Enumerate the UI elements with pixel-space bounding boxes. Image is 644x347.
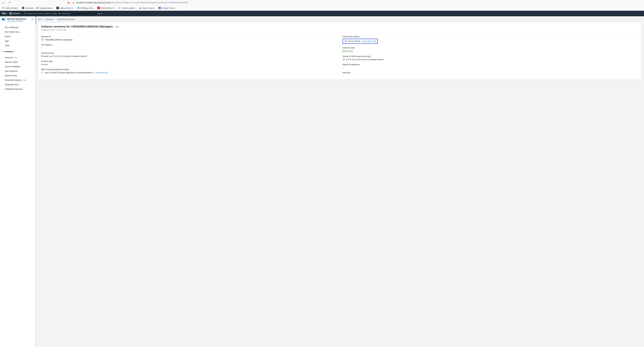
private-dns-value: ip-172-31-6-114.us-west-2.compute.intern… xyxy=(342,58,638,60)
copy-icon[interactable] xyxy=(344,40,347,42)
bookmark-item[interactable]: MWebsockets in… xyxy=(56,7,75,9)
info-icon: i xyxy=(41,72,43,74)
search-icon xyxy=(24,12,26,14)
instance-type-value: t2.micro xyxy=(41,63,336,66)
url-text: us-west-2.console.aws.amazon.com/ec2/v2/… xyxy=(76,2,188,4)
main-content: EC2 › Instances › i-0942df59c169b5432 In… xyxy=(35,16,644,347)
private-dns-label: Private IP DNS name (IPv4 only) xyxy=(342,55,638,58)
services-label: Services xyxy=(13,12,20,14)
bookmark-item[interactable]: ≡Google Seaso… xyxy=(158,7,176,9)
nav-back-icon[interactable]: ◁ xyxy=(1,1,3,4)
sidebar-item[interactable]: Tags xyxy=(0,39,35,43)
sidebar-scrollbar[interactable] xyxy=(35,16,36,347)
url-host: us-west-2.console.aws.amazon.com xyxy=(76,2,110,4)
hostname-label: Hostname type xyxy=(41,52,336,54)
sidebar-item[interactable]: InstancesNew xyxy=(0,55,35,60)
header-search[interactable]: [Alt+S] xyxy=(23,12,104,16)
copy-icon[interactable] xyxy=(342,58,345,60)
optimizer-value: i Opt-in to AWS Compute Optimizer for re… xyxy=(41,72,336,74)
instance-id-value: i-0942df59c169b5432 (Manager) xyxy=(41,39,336,41)
experience-toggle[interactable] xyxy=(2,18,6,20)
close-icon[interactable]: ✕ xyxy=(31,18,33,21)
external-link-icon xyxy=(106,72,108,74)
bookmark-item[interactable]: 🌐Building a live… xyxy=(77,7,95,9)
sidebar-instances-nav: InstancesNewInstance TypesLaunch Templat… xyxy=(0,54,35,93)
sidebar-item[interactable]: Scheduled Instances xyxy=(0,87,35,91)
bookmark-item[interactable]: 🌐Django Markd… xyxy=(36,7,54,9)
nav-forward-icon[interactable]: ▷ xyxy=(5,1,7,4)
experience-title: New EC2 Experience xyxy=(7,18,30,20)
hostname-value: IP name: ip-172-31-6-114.us-west-2.compu… xyxy=(41,55,336,57)
new-experience-banner: New EC2 Experience Tell us what you thin… xyxy=(0,16,35,24)
chevron-right-icon: › xyxy=(55,18,56,20)
sidebar-item[interactable]: Reserved InstancesNew xyxy=(0,78,35,82)
sidebar-item[interactable]: Instance Types xyxy=(0,60,35,64)
sidebar-item[interactable]: Limits xyxy=(0,43,35,48)
bookmark-item[interactable]: ⌥Jazzband xyxy=(22,7,34,9)
elastic-ip-value: – xyxy=(342,67,638,69)
chevron-right-icon: › xyxy=(43,18,44,20)
sidebar-item[interactable]: EC2 Dashboard xyxy=(0,25,35,30)
bookmark-item[interactable]: CCreate a palet… xyxy=(118,7,136,9)
search-input[interactable] xyxy=(26,12,97,14)
aws-logo[interactable]: aws xyxy=(2,12,6,15)
bookmark-icon[interactable]: 🔖 xyxy=(67,1,70,4)
search-shortcut: [Alt+S] xyxy=(97,12,102,14)
iam-role-value: – xyxy=(342,75,638,77)
public-ipv4-highlight: 18.237.160.80 | open address xyxy=(342,39,378,44)
sidebar: New EC2 Experience Tell us what you thin… xyxy=(0,16,35,347)
svg-rect-3 xyxy=(345,40,346,42)
browser-nav-bar: ◁ ▷ ⟳ 🔖 🔒 us-west-2.console.aws.amazon.c… xyxy=(0,0,644,5)
bookmark-item[interactable]: ▶(660) Python 3… xyxy=(97,7,116,9)
external-link-icon xyxy=(374,40,376,42)
ipv6-label: IPv6 address xyxy=(41,44,336,46)
sidebar-instances-label: Instances xyxy=(4,50,14,52)
instance-state-value: ✓ Running xyxy=(342,50,353,52)
instance-id-label: Instance ID xyxy=(41,36,336,38)
copy-icon[interactable] xyxy=(41,39,43,41)
instance-state-label: Instance state xyxy=(342,47,638,49)
instance-summary-panel: Instance summary for i-0942df59c169b5432… xyxy=(38,23,641,80)
breadcrumb-instances[interactable]: Instances xyxy=(45,18,54,20)
sidebar-item[interactable]: Events xyxy=(0,34,35,39)
svg-rect-2 xyxy=(42,39,43,40)
bookmark-item[interactable]: PDPython Books… xyxy=(2,7,20,9)
ipv6-value: – xyxy=(41,47,336,49)
bookmarks-bar: PDPython Books…⌥Jazzband🌐Django Markd…MW… xyxy=(0,5,644,10)
breadcrumb-current: i-0942df59c169b5432 xyxy=(57,18,75,20)
learn-more-link[interactable]: Learn more xyxy=(95,72,108,74)
instance-type-label: Instance type xyxy=(41,60,336,62)
sidebar-top-nav: EC2 DashboardEC2 Global ViewEventsTagsLi… xyxy=(0,24,35,49)
check-circle-icon: ✓ xyxy=(342,50,345,52)
info-link[interactable]: Info xyxy=(116,26,119,28)
bookmark-item[interactable]: ◆How to Impro… xyxy=(139,7,156,9)
page-title: Instance summary for i-0942df59c169b5432… xyxy=(41,25,112,28)
public-ipv4-label: Public IPv4 address xyxy=(342,36,638,38)
panel-header: Instance summary for i-0942df59c169b5432… xyxy=(38,23,641,33)
aws-top-nav: aws Services [Alt+S] xyxy=(0,11,644,16)
grid-icon xyxy=(10,12,12,14)
url-bar[interactable]: 🔒 us-west-2.console.aws.amazon.com/ec2/v… xyxy=(72,2,188,4)
experience-feedback-link[interactable]: Tell us what you think xyxy=(7,20,30,22)
svg-rect-4 xyxy=(343,59,344,60)
sidebar-item[interactable]: Launch Templates xyxy=(0,64,35,69)
svg-point-0 xyxy=(25,13,26,14)
updated-text: Updated less than a minute ago xyxy=(41,29,638,31)
page-layout: New EC2 Experience Tell us what you thin… xyxy=(0,16,644,347)
open-address-link[interactable]: open address xyxy=(362,40,376,42)
sidebar-instances-header[interactable]: ▼ Instances xyxy=(0,49,35,54)
svg-line-1 xyxy=(26,14,26,14)
summary-left-column: Instance ID i-0942df59c169b5432 (Manager… xyxy=(38,33,340,80)
summary-right-column: Public IPv4 address 18.237.160.80 | open… xyxy=(340,33,641,80)
panel-body: Instance ID i-0942df59c169b5432 (Manager… xyxy=(38,33,641,80)
sidebar-item[interactable]: Savings Plans xyxy=(0,73,35,78)
services-menu[interactable]: Services xyxy=(8,12,21,15)
sidebar-item[interactable]: Dedicated Hosts xyxy=(0,82,35,87)
breadcrumb-root[interactable]: EC2 xyxy=(38,18,42,20)
caret-down-icon: ▼ xyxy=(2,51,4,52)
nav-reload-icon[interactable]: ⟳ xyxy=(9,1,11,4)
browser-chrome: ◁ ▷ ⟳ 🔖 🔒 us-west-2.console.aws.amazon.c… xyxy=(0,0,644,11)
sidebar-item[interactable]: EC2 Global View xyxy=(0,30,35,34)
elastic-ip-label: Elastic IP addresses xyxy=(342,64,638,66)
sidebar-item[interactable]: Spot Requests xyxy=(0,69,35,73)
